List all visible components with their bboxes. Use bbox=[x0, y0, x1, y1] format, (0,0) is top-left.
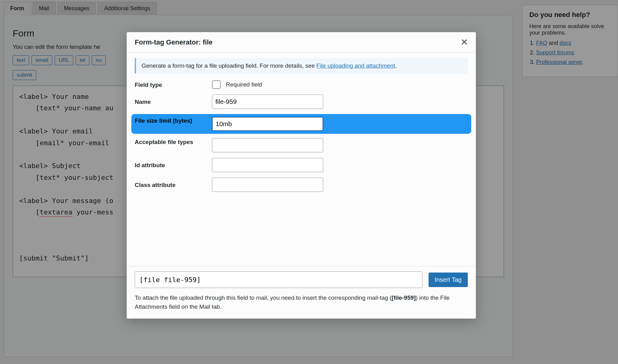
insert-tag-button[interactable]: Insert Tag bbox=[429, 273, 468, 287]
form-tag-generator-modal: Form-tag Generator: file ✕ Generate a fo… bbox=[127, 32, 476, 319]
id-attribute-input[interactable] bbox=[212, 158, 323, 172]
label-field-type: Field type bbox=[135, 81, 212, 88]
label-class-attribute: Class attribute bbox=[135, 181, 212, 188]
label-file-size-limit: File size limit (bytes) bbox=[135, 117, 212, 124]
label-id-attribute: Id attribute bbox=[135, 161, 212, 169]
modal-footer-note: To attach the file uploaded through this… bbox=[135, 294, 468, 311]
modal-title: Form-tag Generator: file bbox=[135, 38, 213, 46]
file-size-limit-input[interactable] bbox=[212, 117, 323, 131]
generated-tag-input[interactable] bbox=[135, 271, 422, 288]
name-input[interactable] bbox=[212, 95, 323, 109]
required-checkbox-label: Required field bbox=[226, 81, 262, 88]
close-icon[interactable]: ✕ bbox=[461, 37, 468, 47]
acceptable-file-types-input[interactable] bbox=[212, 138, 323, 152]
label-acceptable-file-types: Acceptable file types bbox=[135, 138, 212, 146]
modal-info-box: Generate a form-tag for a file uploading… bbox=[135, 58, 468, 74]
class-attribute-input[interactable] bbox=[212, 178, 323, 192]
file-uploading-link[interactable]: File uploading and attachment bbox=[316, 62, 395, 69]
required-checkbox[interactable] bbox=[212, 80, 221, 89]
label-name: Name bbox=[135, 98, 212, 105]
file-size-limit-highlight: File size limit (bytes) bbox=[131, 114, 471, 134]
